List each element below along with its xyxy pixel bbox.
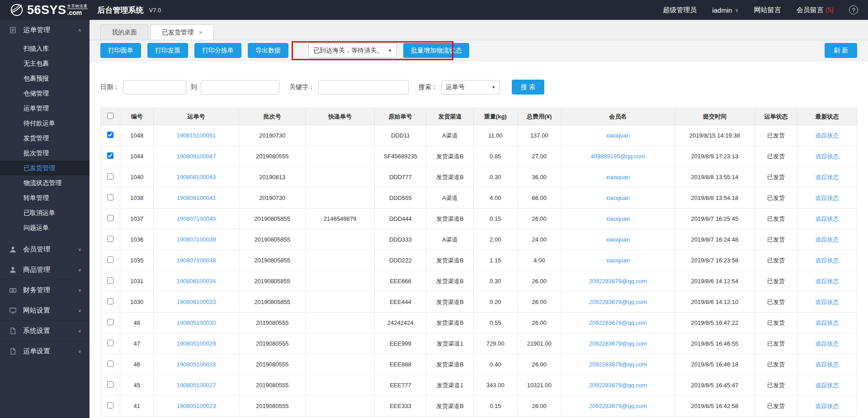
sidebar-group-header-waybill-settings[interactable]: 运单设置∨ (0, 341, 90, 361)
waybill-link[interactable]: 190807100040 (177, 215, 216, 222)
row-checkbox[interactable] (107, 173, 113, 180)
row-checkbox[interactable] (107, 277, 113, 284)
member-link[interactable]: 2092283679@qq.com (589, 319, 647, 326)
row-checkbox[interactable] (107, 381, 113, 388)
toolbar-button[interactable]: 打印面单 (100, 43, 141, 58)
tracking-link[interactable]: 追踪状态 (815, 236, 839, 243)
search-type-select[interactable]: 运单号 ▼ (441, 80, 500, 95)
member-link[interactable]: 2092283679@qq.com (589, 299, 647, 305)
search-row: 日期： 到 关键字： 搜索： 运单号 ▼ 搜 索 (100, 80, 857, 95)
member-link[interactable]: 2092283679@qq.com (589, 340, 647, 347)
row-checkbox[interactable] (107, 319, 113, 325)
keyword-input[interactable] (318, 80, 409, 95)
site-messages-link[interactable]: 网站留言 (754, 6, 781, 14)
row-checkbox[interactable] (107, 298, 113, 304)
toolbar-button[interactable]: 打印发票 (147, 43, 188, 58)
tracking-link[interactable]: 追踪状态 (815, 319, 839, 326)
sidebar-item[interactable]: 转单管理 (0, 190, 90, 205)
tracking-link[interactable]: 追踪状态 (815, 299, 839, 305)
waybill-link[interactable]: 190807100039 (177, 236, 216, 243)
member-link[interactable]: xiaoquan (606, 195, 630, 201)
sidebar-item[interactable]: 仓储管理 (0, 86, 90, 101)
tracking-link[interactable]: 追踪状态 (815, 278, 839, 285)
tracking-link[interactable]: 追踪状态 (815, 382, 839, 389)
waybill-link[interactable]: 190805100027 (177, 382, 216, 389)
waybill-link[interactable]: 190805100030 (177, 319, 216, 326)
search-button[interactable]: 搜 索 (512, 80, 544, 95)
toolbar-button[interactable]: 导出数据 (248, 43, 288, 58)
member-link[interactable]: xiaoquan (606, 236, 630, 243)
sidebar-item[interactable]: 批次管理 (0, 146, 90, 161)
tracking-link[interactable]: 追踪状态 (815, 361, 839, 368)
tracking-link[interactable]: 追踪状态 (815, 403, 839, 409)
row-checkbox[interactable] (107, 215, 113, 221)
logistics-status-select[interactable]: 已到达海关，等待清关。 ▼ (308, 43, 397, 58)
member-link[interactable]: xiaoquan (606, 174, 630, 180)
sidebar-item[interactable]: 问题运单 (0, 220, 90, 235)
member-messages-link[interactable]: 会员留言(5) (797, 6, 834, 14)
sidebar-item[interactable]: 包裹预报 (0, 71, 90, 86)
sidebar-item[interactable]: 待付款运单 (0, 116, 90, 131)
sidebar-group-header-member-management[interactable]: 会员管理∨ (0, 239, 90, 259)
waybill-link[interactable]: 190805100028 (177, 361, 216, 368)
sidebar-group-header-waybill-management[interactable]: 运单管理∧ (0, 20, 90, 40)
waybill-link[interactable]: 190807100038 (177, 257, 216, 264)
waybill-link[interactable]: 190808100043 (177, 174, 216, 180)
member-link[interactable]: 2092283679@qq.com (589, 278, 647, 285)
member-link[interactable]: 409889195@qq.com (590, 153, 645, 160)
row-checkbox[interactable] (107, 340, 113, 346)
member-link[interactable]: 2092283679@qq.com (589, 403, 647, 409)
member-link[interactable]: xiaoquan (606, 215, 630, 222)
waybill-link[interactable]: 190808100041 (177, 195, 216, 201)
tab-已发货管理[interactable]: 已发货管理× (151, 24, 214, 40)
sidebar-item[interactable]: 发货管理 (0, 131, 90, 146)
tracking-link[interactable]: 追踪状态 (815, 174, 839, 180)
member-link[interactable]: xiaoquan (606, 257, 630, 264)
waybill-link[interactable]: 190805100029 (177, 340, 216, 347)
row-checkbox[interactable] (107, 152, 113, 159)
sidebar-group-header-site-settings[interactable]: 网站设置∨ (0, 300, 90, 320)
date-from-input[interactable] (123, 80, 186, 95)
toolbar-button[interactable]: 打印分拣单 (194, 43, 241, 58)
sidebar-item[interactable]: 物流状态管理 (0, 176, 90, 190)
sidebar-group-header-system-settings[interactable]: 系统设置∨ (0, 320, 90, 341)
waybill-link[interactable]: 190806100033 (177, 299, 216, 305)
tracking-link[interactable]: 追踪状态 (815, 195, 839, 201)
tracking-link[interactable]: 追踪状态 (815, 257, 839, 264)
sidebar-group-header-finance-management[interactable]: 财务管理∨ (0, 280, 90, 300)
row-checkbox[interactable] (107, 402, 113, 408)
row-checkbox[interactable] (107, 194, 113, 200)
tracking-link[interactable]: 追踪状态 (815, 153, 839, 160)
tab-我的桌面[interactable]: 我的桌面 (100, 24, 148, 40)
row-checkbox[interactable] (107, 236, 113, 242)
member-link[interactable]: 2092283679@qq.com (589, 382, 647, 389)
row-checkbox[interactable] (107, 132, 113, 138)
sidebar-item[interactable]: 扫描入库 (0, 41, 90, 56)
sidebar-item[interactable]: 无主包裹 (0, 56, 90, 71)
waybill-link[interactable]: 190805100023 (177, 403, 216, 409)
sidebar-item[interactable]: 已取消运单 (0, 205, 90, 220)
select-all-checkbox[interactable] (107, 113, 113, 119)
close-icon[interactable]: × (199, 29, 203, 36)
tracking-link[interactable]: 追踪状态 (815, 340, 839, 347)
waybill-link[interactable]: 190806100034 (177, 278, 216, 285)
sidebar-group-header-product-management[interactable]: 商品管理∨ (0, 259, 90, 280)
tracking-link[interactable]: 追踪状态 (815, 215, 839, 222)
cell-submit-time: 2019/8/5 16:46:18 (675, 354, 755, 375)
sidebar-item[interactable]: 运单管理 (0, 101, 90, 116)
date-to-input[interactable] (201, 80, 279, 95)
member-link[interactable]: 2092283679@qq.com (589, 361, 647, 368)
row-checkbox[interactable] (107, 361, 113, 367)
sidebar-item[interactable]: 已发货管理 (0, 161, 90, 176)
row-checkbox[interactable] (107, 256, 113, 263)
waybill-link[interactable]: 190809100047 (177, 153, 216, 160)
member-link[interactable]: xiaoquan (606, 132, 630, 139)
help-icon[interactable]: ? (849, 5, 858, 14)
refresh-button[interactable]: 刷 新 (825, 43, 857, 58)
batch-add-status-button[interactable]: 批量增加物流状态 (403, 43, 469, 58)
user-menu[interactable]: iadmin ∨ (712, 6, 739, 14)
cell-channel: 发货渠道B (427, 313, 474, 333)
tracking-link[interactable]: 追踪状态 (815, 132, 839, 139)
waybill-link[interactable]: 190815100051 (177, 132, 216, 139)
cell-original-no: DDD11 (374, 125, 426, 146)
